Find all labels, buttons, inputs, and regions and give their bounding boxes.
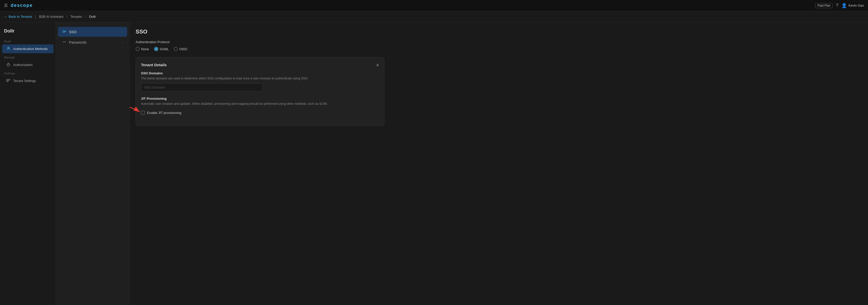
sso-label: SSO [69,30,77,34]
navbar-left: ☰ descope [4,3,33,8]
sidebar-section-build: Build [0,38,56,44]
svg-rect-2 [7,79,10,80]
logo: descope [11,3,33,8]
back-label: Back to Tenants [9,15,32,19]
sso-domains-section: SSO Domains The below domains are used t… [141,71,379,92]
paid-plan-badge[interactable]: Paid Plan [815,3,833,8]
breadcrumb-tenants[interactable]: Tenants [70,15,82,19]
sidebar: Dollr Build Authentication Methods Manag… [0,22,56,305]
radio-oidc-label: OIDC [179,47,188,51]
jit-checkbox[interactable] [141,111,145,115]
back-to-tenants-link[interactable]: ← Back to Tenants [4,15,32,19]
svg-rect-4 [7,81,8,82]
svg-point-0 [8,47,9,48]
authorization-icon [6,62,11,67]
auth-methods-icon [6,46,11,51]
user-name: Kevin Gao [848,4,864,7]
breadcrumb-dollr: Dollr [89,15,96,19]
tenant-details-card: Tenant Details ∧ SSO Domains The below d… [135,57,384,126]
radio-saml-circle [154,47,158,51]
sidebar-section-manage: Manage [0,54,56,60]
card-collapse-icon[interactable]: ∧ [376,62,379,67]
breadcrumb-separator-1: | [35,15,36,19]
tenant-settings-icon [6,78,11,83]
middle-item-sso-left: SSO [62,29,77,34]
radio-oidc[interactable]: OIDC [174,47,188,51]
user-avatar-icon: 👤 [841,3,847,8]
radio-group: None SAML OIDC [135,47,862,51]
back-arrow-icon: ← [4,15,8,19]
auth-protocol-label: Authentication Protocol [135,40,862,44]
passwords-chevron-icon: › [122,41,123,44]
middle-item-passwords-left: Passwords [62,40,86,45]
sidebar-item-tenant-settings[interactable]: Tenant Settings [2,76,54,85]
card-header: Tenant Details ∧ [141,62,379,67]
content-panel: SSO Authentication Protocol None SAML OI… [129,22,868,305]
tenant-settings-label: Tenant Settings [13,79,36,83]
sso-domains-title: SSO Domains [141,71,379,75]
radio-none-circle [135,47,140,51]
radio-saml-label: SAML [160,47,168,51]
svg-point-7 [64,42,65,42]
sso-key-icon [62,29,66,34]
passwords-icon [62,40,66,45]
breadcrumb-bar: ← Back to Tenants | B2B AI Assistant / T… [0,11,868,22]
sso-chevron-icon: › [122,30,123,34]
radio-none[interactable]: None [135,47,149,51]
user-info: 👤 Kevin Gao [841,3,864,8]
jit-provisioning-section: JIT Provisioning Automatic user creation… [141,97,379,115]
middle-panel: SSO › Passwords › [56,22,129,305]
svg-point-6 [63,42,64,42]
jit-checkbox-row[interactable]: Enable JIT provisioning [141,111,181,115]
navbar: ☰ descope Paid Plan ? 👤 Kevin Gao [0,0,868,11]
sidebar-section-settings: Settings [0,70,56,76]
radio-none-label: None [141,47,149,51]
authorization-label: Authorization [13,63,32,67]
sso-domains-desc: The below domains are used to determine … [141,76,379,81]
menu-icon[interactable]: ☰ [4,3,8,8]
card-title: Tenant Details [141,63,166,67]
svg-point-8 [65,42,66,42]
svg-rect-3 [7,80,9,81]
content-title: SSO [135,28,862,35]
sidebar-item-auth-methods[interactable]: Authentication Methods [2,44,54,53]
svg-rect-1 [7,64,10,66]
middle-item-sso[interactable]: SSO › [58,27,127,37]
jit-checkbox-label: Enable JIT provisioning [147,111,181,115]
radio-saml[interactable]: SAML [154,47,168,51]
breadcrumb-sep-2: / [66,15,67,19]
sidebar-item-authorization[interactable]: Authorization [2,60,54,69]
jit-desc: Automatic user creation and updates. Whe… [141,101,379,106]
middle-item-passwords[interactable]: Passwords › [58,37,127,47]
navbar-right: Paid Plan ? 👤 Kevin Gao [815,3,864,8]
jit-title: JIT Provisioning [141,97,379,100]
sidebar-title: Dollr [0,26,56,38]
passwords-label: Passwords [69,40,86,44]
auth-methods-label: Authentication Methods [13,47,48,51]
breadcrumb-b2b[interactable]: B2B AI Assistant [39,15,63,19]
checkbox-container: Enable JIT provisioning [141,109,181,115]
breadcrumb-sep-3: / [85,15,86,19]
sso-domains-input[interactable] [141,83,263,92]
radio-oidc-circle [174,47,178,51]
help-icon[interactable]: ? [836,3,838,8]
main-layout: Dollr Build Authentication Methods Manag… [0,22,868,305]
